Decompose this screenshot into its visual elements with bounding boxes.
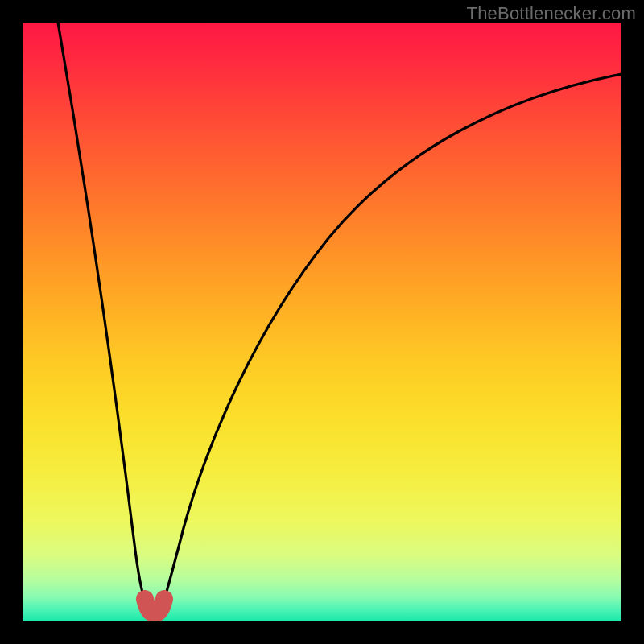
plot-area xyxy=(23,23,621,621)
valley-marker xyxy=(145,599,164,613)
curve-left-branch xyxy=(58,23,147,605)
curve-right-branch xyxy=(163,74,621,605)
bottleneck-curve xyxy=(23,23,621,621)
watermark-text: TheBottlenecker.com xyxy=(467,3,636,24)
